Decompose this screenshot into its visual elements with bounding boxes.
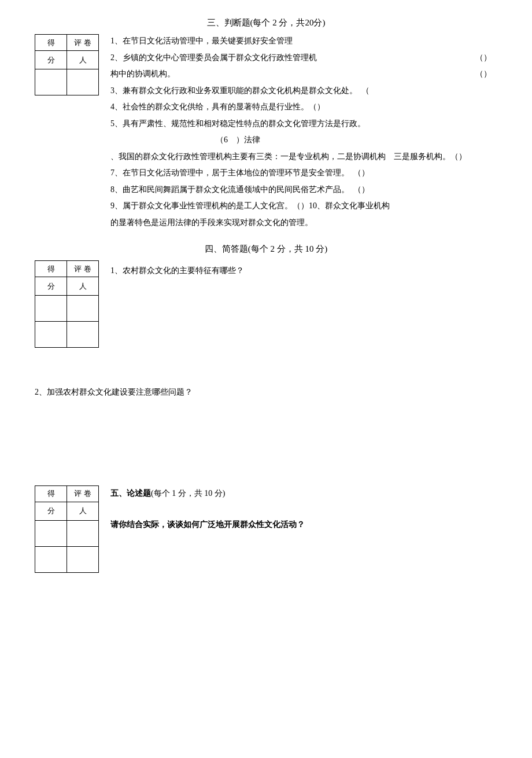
- s4-input-review2[interactable]: [67, 322, 99, 348]
- score-input-get[interactable]: [35, 69, 67, 95]
- section3-questions: 1、在节日文化活动管理中，最关键要抓好安全管理 2、乡镇的文化中心管理委员会属于…: [110, 34, 497, 232]
- q3-2: 2、乡镇的文化中心管理委员会属于群众文化行政性管理机 （）: [110, 51, 497, 65]
- q3-2b-text: 构中的协调机构。: [110, 69, 175, 78]
- s4-q1: 1、农村群众文化的主要特征有哪些？: [110, 264, 497, 278]
- score-fen-label: 分: [35, 51, 67, 69]
- s4-input-review[interactable]: [67, 296, 99, 322]
- s5-input-review[interactable]: [67, 520, 99, 546]
- q3-1: 1、在节日文化活动管理中，最关键要抓好安全管理: [110, 34, 497, 49]
- section4-q2-block: 2、加强农村群众文化建设要注意哪些问题？: [35, 385, 497, 400]
- q3-2b-paren: （）: [475, 67, 492, 82]
- section4-title: 四、简答题(每个 2 分，共 10 分): [35, 244, 497, 255]
- q3-4: 4、社会性的群众文化供给，具有的显著特点是行业性。（）: [110, 100, 497, 115]
- s5-input-review2[interactable]: [67, 546, 99, 572]
- section4-score-table: 得 评 卷 分 人: [35, 260, 99, 348]
- section3-score-table: 得 评 卷 分 人: [35, 34, 99, 95]
- score-get-label: 得: [35, 35, 67, 51]
- s5-score-person: 人: [67, 502, 99, 520]
- q3-6: （6 ）法律: [110, 133, 497, 148]
- q3-2-text: 2、乡镇的文化中心管理委员会属于群众文化行政性管理机: [110, 53, 317, 62]
- section5-score-table: 得 评 卷 分 人: [35, 485, 99, 573]
- score-input-review[interactable]: [67, 69, 99, 95]
- section3-title: 三、判断题(每个 2 分，共20分): [35, 17, 497, 28]
- s5-score-get: 得: [35, 485, 67, 502]
- q3-1-num: 1、在节日文化活动管理中，最关键要抓好安全管理: [110, 36, 293, 45]
- q3-9b: 的显著特色是运用法律的手段来实现对群众文化的管理。: [110, 216, 497, 230]
- s5-input-get[interactable]: [35, 520, 67, 546]
- q3-7: 7、在节日文化活动管理中，居于主体地位的管理环节是安全管理。 （）: [110, 166, 497, 181]
- s4-q2-answer-space: [35, 410, 497, 480]
- q3-2b: 构中的协调机构。 （）: [110, 67, 497, 82]
- s5-input-get2[interactable]: [35, 546, 67, 572]
- section5-content: 五、论述题(每个 1 分，共 10 分) 请你结合实际，谈谈如何广泛地开展群众性…: [110, 485, 497, 535]
- s5-title: 五、论述题: [110, 489, 151, 498]
- s5-detail: (每个 1 分，共 10 分): [151, 489, 225, 498]
- s4-score-review: 评 卷: [67, 261, 99, 277]
- s5-title-line: 五、论述题(每个 1 分，共 10 分): [110, 487, 497, 501]
- score-person-label: 人: [67, 51, 99, 69]
- section3: 三、判断题(每个 2 分，共20分) 得 评 卷 分 人 1、在节日文化活动管理…: [35, 17, 497, 232]
- s4-score-get: 得: [35, 261, 67, 277]
- s5-score-fen: 分: [35, 502, 67, 520]
- q3-8: 8、曲艺和民间舞蹈属于群众文化流通领域中的民间民俗艺术产品。 （）: [110, 183, 497, 197]
- q3-3: 3、兼有群众文化行政和业务双重职能的群众文化机构是群众文化处。 （: [110, 84, 497, 98]
- section5: 得 评 卷 分 人 五、论述题(每个 1 分，共 10 分) 请你结合实际，谈谈…: [35, 485, 497, 576]
- s5-score-review: 评 卷: [67, 485, 99, 502]
- section4: 四、简答题(每个 2 分，共 10 分) 得 评 卷 分 人 1、农村群众文化的…: [35, 244, 497, 400]
- s4-q2: 2、加强农村群众文化建设要注意哪些问题？: [35, 385, 497, 400]
- q3-5: 5、具有严肃性、规范性和相对稳定性特点的群众文化管理方法是行政。: [110, 117, 497, 131]
- s4-input-get[interactable]: [35, 296, 67, 322]
- s5-question-text: 请你结合实际，谈谈如何广泛地开展群众性文化活动？: [110, 520, 305, 529]
- q3-2-paren: （）: [475, 51, 492, 65]
- s5-question: 请你结合实际，谈谈如何广泛地开展群众性文化活动？: [110, 518, 497, 532]
- s4-score-person: 人: [67, 277, 99, 296]
- q3-6b: 、我国的群众文化行政性管理机构主要有三类：一是专业机构，二是协调机构 三是服务机…: [110, 150, 497, 164]
- s4-input-get2[interactable]: [35, 322, 67, 348]
- section4-questions: 1、农村群众文化的主要特征有哪些？: [110, 260, 497, 281]
- s4-score-fen: 分: [35, 277, 67, 296]
- score-review-label: 评 卷: [67, 35, 99, 51]
- q3-9: 9、属于群众文化事业性管理机构的是工人文化宫。（）10、群众文化事业机构: [110, 199, 497, 214]
- s4-q1-text: 1: [110, 266, 114, 275]
